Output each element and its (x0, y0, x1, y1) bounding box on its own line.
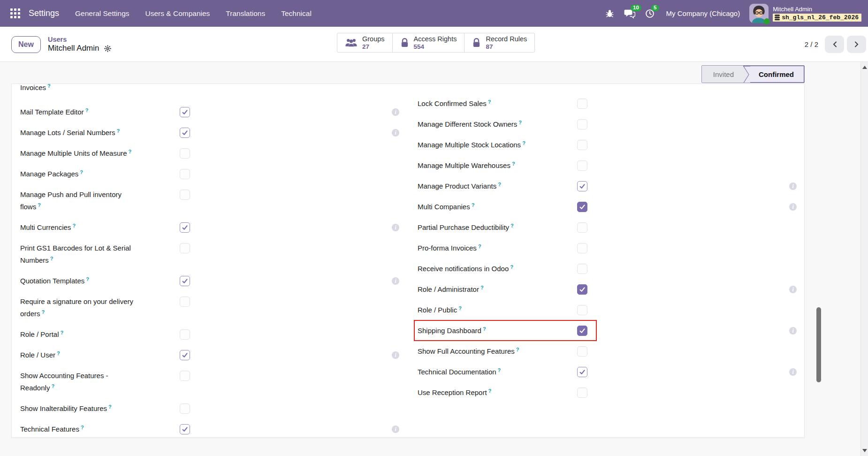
scroll-up-arrow-icon[interactable] (862, 66, 867, 69)
help-question-icon[interactable]: ? (80, 169, 83, 175)
menu-technical[interactable]: Technical (281, 9, 312, 18)
gear-icon[interactable] (104, 45, 112, 53)
checkbox-manage-packages[interactable] (180, 169, 190, 179)
messages-icon[interactable]: 10 (624, 8, 635, 19)
checkbox-show-full-accounting-features[interactable] (577, 346, 587, 357)
content-scrollbar-thumb[interactable] (816, 307, 821, 382)
setting-row-manage-push-and-pull-inventory-flows: Manage Push and Pull inventory flows? (20, 185, 400, 218)
help-question-icon[interactable]: ? (488, 388, 492, 394)
checkbox-multi-currencies[interactable] (180, 222, 190, 233)
help-question-icon[interactable]: ? (85, 107, 89, 113)
help-question-icon[interactable]: ? (42, 309, 45, 315)
setting-label: Manage Product Variants? (418, 180, 577, 193)
breadcrumb-users-link[interactable]: Users (48, 36, 112, 43)
help-question-icon[interactable]: ? (458, 305, 462, 311)
checkbox-require-a-signature-on-your-delivery-orders[interactable] (180, 296, 190, 307)
user-block: Mitchell Admin sh_gls_nl_26_feb_2026 (773, 6, 861, 22)
access-rights-smart-button[interactable]: Access Rights 554 (393, 33, 465, 52)
checkbox-quotation-templates[interactable] (180, 276, 190, 286)
setting-label-text: Manage Multiple Stock Locations (418, 141, 521, 149)
help-question-icon[interactable]: ? (108, 404, 112, 410)
user-menu[interactable]: Mitchell Admin sh_gls_nl_26_feb_2026 (749, 4, 861, 23)
help-question-icon[interactable]: ? (522, 140, 525, 146)
help-question-icon[interactable]: ? (510, 223, 514, 228)
help-question-icon[interactable]: ? (483, 326, 486, 332)
checkbox-shipping-dashboard[interactable] (577, 326, 587, 336)
groups-smart-button[interactable]: Groups 27 (337, 33, 393, 52)
checkbox-print-gs1-barcodes-for-lot-serial-numbers[interactable] (180, 243, 190, 253)
checkbox-multi-companies[interactable] (577, 202, 587, 212)
checkbox-manage-different-stock-owners[interactable] (577, 119, 587, 129)
menu-translations[interactable]: Translations (226, 9, 265, 18)
setting-label-text: Show Inalterability Features (20, 404, 107, 412)
menu-users-companies[interactable]: Users & Companies (145, 9, 210, 18)
help-question-icon[interactable]: ? (86, 276, 89, 282)
checkbox-role-administrator[interactable] (577, 284, 587, 295)
checkbox-manage-multiple-stock-locations[interactable] (577, 140, 587, 150)
help-question-icon[interactable]: ? (488, 99, 491, 105)
checkbox-manage-multiple-warehouses[interactable] (577, 160, 587, 171)
checkbox-mail-template-editor[interactable] (180, 107, 190, 117)
checkbox-manage-push-and-pull-inventory-flows[interactable] (180, 190, 190, 200)
help-question-icon[interactable]: ? (117, 128, 120, 134)
help-question-icon[interactable]: ? (498, 367, 501, 373)
apps-menu-icon[interactable] (10, 8, 20, 18)
help-question-icon[interactable]: ? (47, 84, 51, 89)
help-question-icon[interactable]: ? (510, 264, 513, 270)
statusbar-arrow (743, 66, 750, 83)
help-question-icon[interactable]: ? (498, 182, 501, 187)
checkbox-pro-forma-invoices[interactable] (577, 243, 587, 253)
checkbox-receive-notifications-in-odoo[interactable] (577, 264, 587, 274)
help-question-icon[interactable]: ? (480, 285, 484, 290)
help-question-icon[interactable]: ? (57, 350, 60, 356)
debug-bug-icon[interactable] (605, 8, 615, 18)
help-question-icon[interactable]: ? (61, 330, 64, 335)
help-question-icon[interactable]: ? (81, 425, 84, 430)
pager-previous-button[interactable] (825, 36, 844, 53)
checkbox-technical-features[interactable] (180, 424, 190, 434)
checkbox-partial-purchase-deductibility[interactable] (577, 222, 587, 233)
record-rules-smart-button[interactable]: Record Rules 87 (464, 33, 534, 52)
checkbox-show-accounting-features-readonly[interactable] (180, 371, 190, 381)
new-button[interactable]: New (11, 36, 41, 53)
help-question-icon[interactable]: ? (38, 202, 41, 208)
activities-clock-icon[interactable]: 5 (645, 8, 655, 19)
setting-label-text: Lock Confirmed Sales (418, 99, 487, 107)
checkbox-manage-product-variants[interactable] (577, 181, 587, 191)
smart-button-label: Access Rights (414, 35, 457, 43)
setting-row-shipping-dashboard: Shipping Dashboard?i (418, 321, 798, 342)
status-invited[interactable]: Invited (702, 66, 743, 83)
help-question-icon[interactable]: ? (50, 256, 53, 261)
checkbox-manage-multiple-units-of-measure[interactable] (180, 148, 190, 159)
pager-next-button[interactable] (847, 36, 866, 53)
setting-label-text: Quotation Templates (20, 277, 84, 285)
checkbox-use-reception-report[interactable] (577, 388, 587, 398)
help-question-icon[interactable]: ? (478, 243, 481, 249)
scroll-down-arrow-icon[interactable] (862, 449, 867, 452)
app-name[interactable]: Settings (29, 8, 59, 18)
help-question-icon[interactable]: ? (516, 347, 519, 352)
checkbox-technical-documentation[interactable] (577, 367, 587, 377)
help-question-icon[interactable]: ? (512, 161, 515, 167)
settings-column-right: Lock Confirmed Sales?Manage Different St… (418, 84, 798, 403)
help-question-icon[interactable]: ? (472, 202, 475, 208)
help-question-icon[interactable]: ? (51, 383, 54, 389)
help-question-icon[interactable]: ? (129, 149, 132, 154)
checkbox-role-user[interactable] (180, 350, 190, 360)
help-question-icon[interactable]: ? (72, 223, 76, 228)
setting-label-text: Multi Companies (418, 203, 470, 211)
checkbox-lock-confirmed-sales[interactable] (577, 99, 587, 109)
menu-general-settings[interactable]: General Settings (75, 9, 129, 18)
status-confirmed[interactable]: Confirmed (750, 66, 804, 83)
setting-label: Manage Multiple Units of Measure? (20, 147, 180, 160)
company-switcher[interactable]: My Company (Chicago) (666, 9, 740, 17)
setting-label: Role / User? (20, 349, 180, 362)
checkbox-role-portal[interactable] (180, 329, 190, 340)
help-question-icon[interactable]: ? (518, 120, 522, 125)
window-scrollbar[interactable] (860, 62, 868, 456)
setting-label: Mail Template Editor? (20, 106, 180, 119)
chevron-left-icon (832, 41, 837, 48)
checkbox-manage-lots-serial-numbers[interactable] (180, 128, 190, 138)
checkbox-show-inalterability-features[interactable] (180, 403, 190, 414)
checkbox-role-public[interactable] (577, 305, 587, 315)
